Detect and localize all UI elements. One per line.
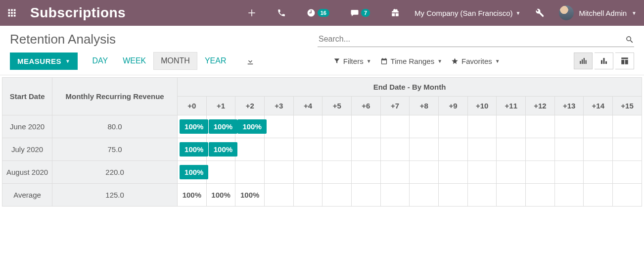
page-title: Retention Analysis bbox=[10, 32, 116, 47]
cohort-cell[interactable]: 100% bbox=[206, 184, 235, 207]
cohort-cell bbox=[554, 138, 584, 161]
cohort-cell bbox=[410, 161, 439, 184]
cohort-cell[interactable]: 100% bbox=[235, 184, 265, 207]
time-ranges-label: Time Ranges bbox=[391, 57, 435, 65]
row-label[interactable]: Average bbox=[2, 184, 52, 207]
cohort-cell[interactable]: 100% bbox=[178, 184, 207, 207]
col-period: +5 bbox=[322, 97, 352, 115]
cohort-cell bbox=[293, 184, 322, 207]
cohort-cell bbox=[554, 161, 584, 184]
cohort-cell bbox=[584, 184, 613, 207]
favorites-button[interactable]: Favorites ▼ bbox=[451, 57, 500, 65]
interval-day[interactable]: DAY bbox=[85, 52, 115, 70]
search-box[interactable] bbox=[318, 32, 634, 47]
filters-label: Filters bbox=[343, 57, 364, 65]
cohort-cell bbox=[293, 161, 322, 184]
new-icon[interactable] bbox=[247, 8, 256, 17]
table-row: June 202080.0100%100%100% bbox=[2, 115, 642, 138]
svg-rect-8 bbox=[14, 15, 16, 17]
interval-week[interactable]: WEEK bbox=[115, 52, 153, 70]
svg-rect-14 bbox=[603, 58, 604, 64]
cohort-cell[interactable]: 100% bbox=[178, 161, 207, 184]
row-mrr: 220.0 bbox=[52, 161, 178, 184]
retention-chip: 100% bbox=[209, 142, 237, 157]
svg-rect-4 bbox=[11, 12, 13, 14]
cohort-cell[interactable]: 100% bbox=[178, 138, 207, 161]
avatar bbox=[559, 5, 574, 20]
cohort-cell bbox=[497, 161, 526, 184]
view-switcher bbox=[574, 53, 634, 69]
debug-icon[interactable] bbox=[535, 8, 544, 17]
filters-button[interactable]: Filters ▼ bbox=[333, 57, 371, 65]
retention-chip: 100% bbox=[180, 119, 208, 134]
col-period: +1 bbox=[206, 97, 235, 115]
cohort-cell bbox=[497, 184, 526, 207]
gift-icon[interactable] bbox=[391, 8, 400, 17]
cohort-cell bbox=[439, 138, 468, 161]
activities-badge: 16 bbox=[318, 9, 329, 17]
interval-year[interactable]: YEAR bbox=[197, 52, 234, 70]
col-period: +8 bbox=[410, 97, 439, 115]
col-period: +12 bbox=[526, 97, 555, 115]
company-switcher[interactable]: My Company (San Francisco) ▼ bbox=[414, 9, 520, 17]
svg-rect-2 bbox=[14, 9, 16, 11]
cohort-cell bbox=[613, 138, 642, 161]
phone-icon[interactable] bbox=[277, 8, 286, 17]
svg-rect-10 bbox=[582, 59, 583, 64]
cohort-cell bbox=[467, 184, 497, 207]
cohort-cell bbox=[584, 115, 613, 138]
search-icon[interactable] bbox=[625, 34, 634, 45]
cohort-cell[interactable]: 100% bbox=[206, 115, 235, 138]
search-input[interactable] bbox=[318, 32, 625, 47]
row-label[interactable]: August 2020 bbox=[2, 161, 52, 184]
row-label[interactable]: July 2020 bbox=[2, 138, 52, 161]
row-average: Average125.0100%100%100% bbox=[2, 184, 642, 207]
cohort-cell bbox=[439, 184, 468, 207]
col-end-date: End Date - By Month bbox=[178, 78, 642, 97]
cohort-cell bbox=[265, 161, 294, 184]
view-pivot-button[interactable] bbox=[615, 53, 634, 69]
cohort-cell bbox=[613, 184, 642, 207]
col-mrr: Monthly Recurring Revenue bbox=[52, 78, 178, 115]
row-label[interactable]: June 2020 bbox=[2, 115, 52, 138]
interval-month[interactable]: MONTH bbox=[153, 52, 197, 70]
view-cohort-button[interactable] bbox=[574, 53, 593, 69]
cohort-cell bbox=[526, 115, 555, 138]
col-period: +3 bbox=[265, 97, 294, 115]
col-period: +9 bbox=[439, 97, 468, 115]
col-period: +11 bbox=[497, 97, 526, 115]
view-graph-button[interactable] bbox=[595, 53, 613, 69]
col-period: +2 bbox=[235, 97, 265, 115]
messages-icon[interactable]: 7 bbox=[350, 8, 370, 17]
col-period: +0 bbox=[178, 97, 207, 115]
user-name: Mitchell Admin bbox=[579, 9, 627, 17]
cohort-cell[interactable]: 100% bbox=[235, 115, 265, 138]
col-start-date: Start Date bbox=[2, 78, 52, 115]
cohort-cell bbox=[554, 115, 584, 138]
svg-rect-1 bbox=[11, 9, 13, 11]
cohort-cell bbox=[265, 184, 294, 207]
user-menu[interactable]: Mitchell Admin ▼ bbox=[559, 5, 637, 20]
apps-icon[interactable] bbox=[7, 8, 16, 17]
cohort-cell bbox=[322, 138, 352, 161]
row-mrr: 80.0 bbox=[52, 115, 178, 138]
company-name: My Company (San Francisco) bbox=[414, 9, 512, 17]
cohort-cell bbox=[410, 115, 439, 138]
retention-chip: 100% bbox=[209, 119, 237, 134]
cohort-cell bbox=[206, 161, 235, 184]
cohort-cell[interactable]: 100% bbox=[178, 115, 207, 138]
cohort-cell bbox=[526, 184, 555, 207]
row-mrr: 125.0 bbox=[52, 184, 178, 207]
messages-badge: 7 bbox=[361, 9, 370, 17]
cohort-cell bbox=[380, 161, 410, 184]
col-period: +10 bbox=[467, 97, 497, 115]
app-brand[interactable]: Subscriptions bbox=[30, 5, 126, 21]
download-button[interactable] bbox=[241, 52, 260, 69]
activities-icon[interactable]: 16 bbox=[307, 8, 329, 17]
cohort-cell bbox=[380, 115, 410, 138]
time-ranges-button[interactable]: Time Ranges ▼ bbox=[380, 57, 443, 65]
col-period: +7 bbox=[380, 97, 410, 115]
svg-rect-0 bbox=[8, 9, 10, 11]
cohort-cell[interactable]: 100% bbox=[206, 138, 235, 161]
measures-button[interactable]: MEASURES ▼ bbox=[10, 53, 78, 70]
